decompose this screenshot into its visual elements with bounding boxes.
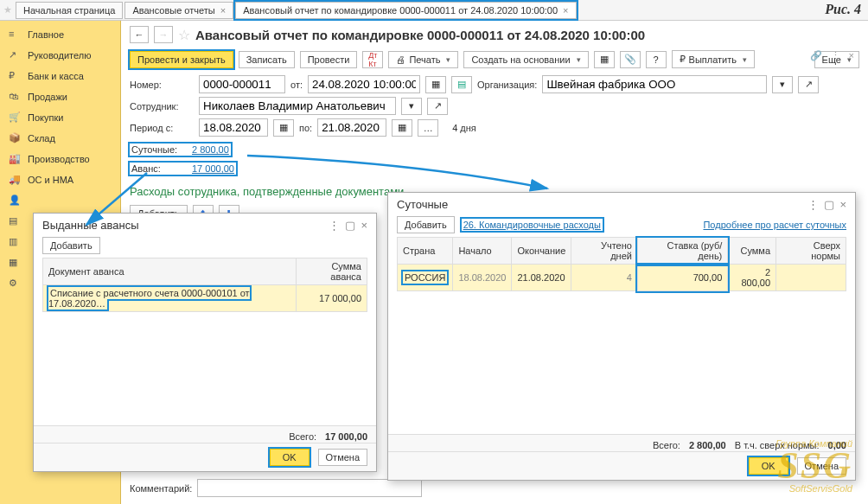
doc-status-icon: ▤: [451, 76, 472, 93]
star-icon[interactable]: ☆: [178, 27, 190, 43]
help-button[interactable]: ?: [646, 51, 667, 68]
adv-add-button[interactable]: Добавить: [42, 237, 100, 254]
pay-button[interactable]: ₽ Выплатить: [672, 50, 755, 68]
print-button[interactable]: 🖨 Печать: [388, 51, 458, 68]
advance-link[interactable]: 17 000,00: [192, 163, 234, 174]
page-title: Авансовый отчет по командировке 0000-000…: [195, 28, 645, 42]
date-input[interactable]: [308, 75, 420, 93]
pd-cancel-button[interactable]: Отмена: [797, 457, 846, 475]
popup-adv-title: Выданные авансы: [42, 219, 139, 232]
advance-label: Аванс:: [131, 163, 187, 174]
truck-icon: 🚚: [9, 174, 21, 186]
attach-button[interactable]: 📎: [620, 51, 641, 68]
sidebar-item-warehouse[interactable]: 📦Склад: [0, 128, 120, 149]
popup-perdiem: Суточные ⋮▢× Добавить 26. Командировочны…: [387, 192, 856, 481]
emp-dd-icon[interactable]: ▾: [401, 98, 422, 115]
close-icon[interactable]: ×: [563, 5, 568, 16]
post-close-button[interactable]: Провести и закрыть: [130, 51, 233, 68]
dtKt-button[interactable]: ДтКт: [362, 51, 383, 68]
number-input[interactable]: [199, 75, 285, 93]
tab-current[interactable]: Авансовый отчет по командировке 0000-000…: [235, 2, 576, 19]
period-to-input[interactable]: [317, 118, 386, 137]
close-icon[interactable]: ×: [220, 5, 226, 16]
box-icon: 📦: [9, 132, 21, 144]
period-from-input[interactable]: [199, 118, 268, 137]
tab-bar: ★ Начальная страница Авансовые отчеты× А…: [0, 0, 868, 21]
calendar-icon[interactable]: ▦: [273, 119, 294, 137]
close-icon[interactable]: ×: [839, 198, 846, 211]
link-icon[interactable]: 🔗: [810, 50, 822, 61]
calendar-icon[interactable]: ▦: [425, 76, 446, 93]
sidebar-item-main[interactable]: ≡Главное: [0, 24, 120, 45]
ruble-icon: ₽: [9, 70, 21, 82]
adv-row-sum: 17 000,00: [296, 285, 367, 312]
pd-row[interactable]: РОССИЯ 18.08.2020 21.08.2020 4 700,00 2 …: [398, 265, 846, 291]
save-button[interactable]: Записать: [239, 51, 295, 68]
nav-fwd-button[interactable]: →: [154, 26, 173, 43]
sidebar-item-sales[interactable]: 🛍Продажи: [0, 86, 120, 107]
more-icon[interactable]: ⋮: [831, 50, 840, 61]
registry-button[interactable]: ▦: [594, 51, 615, 68]
adv-col-doc: Документ аванса: [43, 258, 297, 285]
bag-icon: 🛍: [9, 91, 21, 103]
post-button[interactable]: Провести: [300, 51, 358, 68]
number-label: Номер:: [130, 80, 194, 90]
from-label: от:: [290, 80, 303, 90]
pd-ok-button[interactable]: OK: [749, 457, 788, 475]
org-dd-icon[interactable]: ▾: [772, 76, 793, 93]
more-icon[interactable]: ⋮: [329, 219, 340, 232]
tab-reports[interactable]: Авансовые отчеты×: [124, 2, 233, 19]
adv-cancel-button[interactable]: Отмена: [318, 449, 367, 466]
emp-open-icon[interactable]: ↗: [427, 98, 448, 115]
comment-input[interactable]: [197, 479, 422, 497]
nav-back-button[interactable]: ←: [130, 26, 149, 43]
chart-icon: ↗: [9, 49, 21, 61]
pd-add-button[interactable]: Добавить: [397, 216, 455, 233]
pd-over-lbl: В т.ч. сверх нормы:: [735, 440, 820, 450]
create-based-button[interactable]: Создать на основании: [463, 51, 588, 68]
toolbar: Провести и закрыть Записать Провести ДтК…: [130, 50, 859, 68]
pd-more-link[interactable]: Подробнее про расчет суточных: [703, 220, 846, 230]
perdiem-link[interactable]: 2 800,00: [192, 144, 229, 155]
adv-row[interactable]: Списание с расчетного счета 0000-000101 …: [43, 285, 367, 312]
sidebar-item-manager[interactable]: ↗Руководителю: [0, 45, 120, 66]
pd-total: 2 800,00: [689, 440, 726, 450]
sidebar-item-purchases[interactable]: 🛒Покупки: [0, 107, 120, 128]
restore-icon[interactable]: ▢: [824, 198, 834, 211]
period-more-button[interactable]: …: [418, 119, 438, 137]
bars-icon: ▥: [9, 236, 21, 248]
pd-category-link[interactable]: 26. Командировочные расходы: [462, 219, 603, 231]
employee-input[interactable]: [199, 97, 396, 115]
pd-over-val: 0,00: [828, 440, 846, 450]
adv-row-doc: Списание с расчетного счета 0000-000101 …: [48, 287, 250, 309]
sidebar-item-assets[interactable]: 🚚ОС и НМА: [0, 169, 120, 190]
employee-label: Сотрудник:: [130, 101, 194, 112]
restore-icon[interactable]: ▢: [345, 219, 355, 232]
gear-icon: ⚙: [9, 278, 21, 290]
popup-perdiem-title: Суточные: [397, 198, 448, 211]
org-open-icon[interactable]: ↗: [798, 76, 819, 93]
close-icon[interactable]: ×: [849, 50, 854, 61]
cart-icon: 🛒: [9, 112, 21, 124]
pd-table: Страна Начало Окончание Учтено дней Став…: [397, 237, 846, 291]
pd-total-lbl: Всего:: [653, 440, 680, 450]
adv-col-sum: Сумма аванса: [296, 258, 367, 285]
sidebar-item-8[interactable]: 👤: [0, 190, 120, 211]
org-label: Организация:: [477, 80, 537, 90]
org-input[interactable]: [542, 75, 767, 93]
more-icon[interactable]: ⋮: [807, 198, 819, 211]
doc-icon: ▤: [9, 215, 21, 227]
person-icon: 👤: [9, 195, 21, 207]
star-icon: ★: [3, 4, 12, 16]
popup-advances: Выданные авансы ⋮▢× Добавить Документ ав…: [33, 213, 377, 472]
comment-label: Комментарий:: [130, 483, 192, 494]
book-icon: ▦: [9, 257, 21, 269]
tab-home[interactable]: Начальная страница: [16, 2, 123, 19]
adv-total-lbl: Всего:: [289, 431, 316, 442]
close-icon[interactable]: ×: [361, 219, 367, 232]
sidebar-item-bank[interactable]: ₽Банк и касса: [0, 66, 120, 86]
sidebar-item-production[interactable]: 🏭Производство: [0, 149, 120, 169]
adv-table: Документ авансаСумма аванса Списание с р…: [42, 258, 367, 312]
adv-ok-button[interactable]: OK: [270, 449, 310, 466]
calendar-icon[interactable]: ▦: [392, 119, 412, 137]
